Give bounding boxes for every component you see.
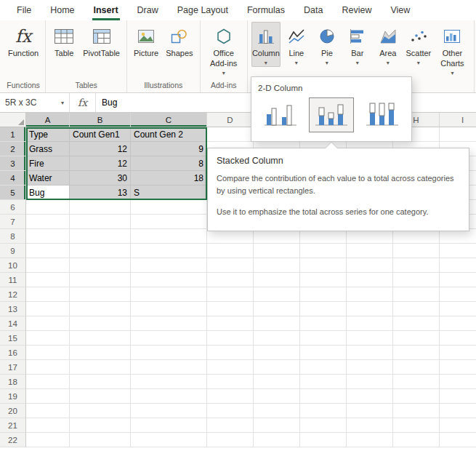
cell-C11[interactable] [131,273,207,287]
cell-G17[interactable] [347,360,393,375]
cell-C22[interactable] [131,433,207,447]
cell-C10[interactable] [131,258,207,273]
cell-F21[interactable] [300,418,347,433]
cell-D21[interactable] [207,418,254,433]
cell-C14[interactable] [131,316,207,331]
cell-A9[interactable] [26,244,70,258]
cell-C1[interactable]: Count Gen 2 [131,127,207,142]
cell-E11[interactable] [254,273,300,287]
tab-view[interactable]: View [381,0,419,20]
cell-G14[interactable] [347,316,393,331]
cell-A21[interactable] [26,418,70,433]
cell-A6[interactable] [26,200,70,215]
cell-D14[interactable] [207,316,254,331]
row-header-16[interactable]: 16 [0,346,26,360]
cell-B15[interactable] [70,331,131,346]
cell-H20[interactable] [393,404,440,418]
cell-A1[interactable]: Type [26,127,70,142]
cell-H13[interactable] [393,302,440,316]
cell-B18[interactable] [70,375,131,389]
cell-A5[interactable]: Bug [26,185,70,200]
row-header-15[interactable]: 15 [0,331,26,346]
cell-D15[interactable] [207,331,254,346]
cell-B4[interactable]: 30 [70,171,131,185]
cell-C4[interactable]: 18 [131,171,207,185]
cell-B16[interactable] [70,346,131,360]
cell-A10[interactable] [26,258,70,273]
pie-button[interactable]: Pie▾ [312,22,342,67]
scatter-button[interactable]: Scatter▾ [404,22,433,67]
tab-data[interactable]: Data [294,0,332,20]
cell-A14[interactable] [26,316,70,331]
shapes-button[interactable]: Shapes [163,22,195,60]
cell-E9[interactable] [254,244,300,258]
row-header-18[interactable]: 18 [0,375,26,389]
column-header-a[interactable]: A [26,113,70,127]
cell-F12[interactable] [300,287,347,302]
cell-F9[interactable] [300,244,347,258]
cell-A19[interactable] [26,389,70,404]
column-button[interactable]: Column▾ [251,22,281,67]
row-header-11[interactable]: 11 [0,273,26,287]
cell-H16[interactable] [393,346,440,360]
cell-A12[interactable] [26,287,70,302]
cell-C21[interactable] [131,418,207,433]
cell-B1[interactable]: Count Gen1 [70,127,131,142]
cell-A22[interactable] [26,433,70,447]
cell-F11[interactable] [300,273,347,287]
cell-C7[interactable] [131,215,207,229]
cell-H22[interactable] [393,433,440,447]
cell-G21[interactable] [347,418,393,433]
cell-D20[interactable] [207,404,254,418]
cell-I15[interactable] [440,331,476,346]
cell-H8[interactable] [393,229,440,244]
cell-C12[interactable] [131,287,207,302]
cell-I12[interactable] [440,287,476,302]
cell-E20[interactable] [254,404,300,418]
cell-C17[interactable] [131,360,207,375]
cell-F19[interactable] [300,389,347,404]
table-button[interactable]: Table [49,22,78,60]
cell-D18[interactable] [207,375,254,389]
select-all-corner[interactable] [0,113,26,127]
picture-button[interactable]: Picture [131,22,161,60]
cell-D11[interactable] [207,273,254,287]
cell-E18[interactable] [254,375,300,389]
column-header-b[interactable]: B [70,113,131,127]
cell-G8[interactable] [347,229,393,244]
tab-home[interactable]: Home [41,0,84,20]
row-header-9[interactable]: 9 [0,244,26,258]
cell-E10[interactable] [254,258,300,273]
cell-A2[interactable]: Grass [26,142,70,156]
cell-B5[interactable]: 13 [70,185,131,200]
cell-C18[interactable] [131,375,207,389]
cell-B7[interactable] [70,215,131,229]
tab-draw[interactable]: Draw [128,0,168,20]
tab-insert[interactable]: Insert [84,0,128,20]
cell-E22[interactable] [254,433,300,447]
row-header-8[interactable]: 8 [0,229,26,244]
cell-G15[interactable] [347,331,393,346]
cell-A17[interactable] [26,360,70,375]
cell-I19[interactable] [440,389,476,404]
cell-F20[interactable] [300,404,347,418]
cell-B13[interactable] [70,302,131,316]
cell-I14[interactable] [440,316,476,331]
cell-A4[interactable]: Water [26,171,70,185]
cell-D1[interactable] [207,127,254,142]
cell-A8[interactable] [26,229,70,244]
cell-A16[interactable] [26,346,70,360]
row-header-10[interactable]: 10 [0,258,26,273]
cell-E17[interactable] [254,360,300,375]
cell-C20[interactable] [131,404,207,418]
tab-page-layout[interactable]: Page Layout [168,0,238,20]
cell-E13[interactable] [254,302,300,316]
row-header-14[interactable]: 14 [0,316,26,331]
cell-E14[interactable] [254,316,300,331]
row-header-13[interactable]: 13 [0,302,26,316]
row-header-20[interactable]: 20 [0,404,26,418]
row-header-17[interactable]: 17 [0,360,26,375]
cell-I17[interactable] [440,360,476,375]
line-button[interactable]: Line▾ [282,22,311,67]
cell-B10[interactable] [70,258,131,273]
